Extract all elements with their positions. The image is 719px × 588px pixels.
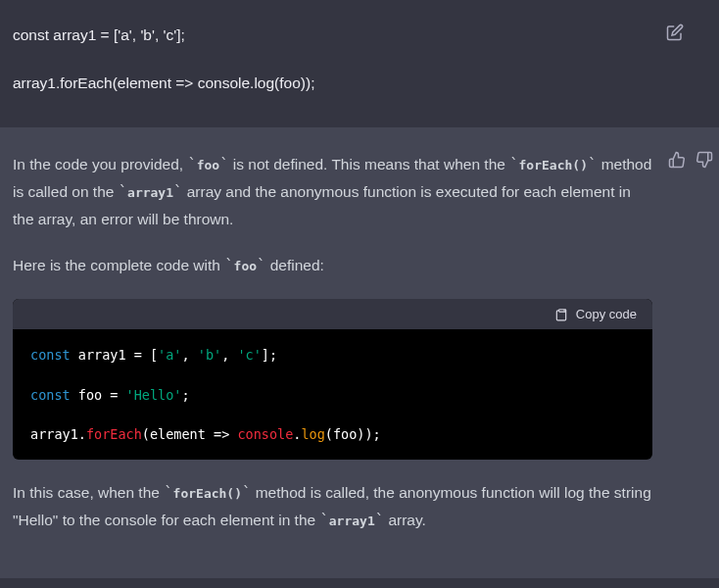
token-console: console bbox=[237, 426, 293, 442]
backtick: ` bbox=[319, 512, 328, 529]
text: array. bbox=[384, 512, 426, 528]
token-op: = bbox=[126, 347, 150, 363]
backtick: ` bbox=[224, 257, 233, 274]
paragraph: Here is the complete code with `foo` def… bbox=[13, 252, 654, 279]
code-content: const array1 = ['a', 'b', 'c']; const fo… bbox=[13, 329, 652, 460]
token-log: log bbox=[301, 426, 324, 442]
token-punct: ( bbox=[325, 426, 333, 442]
token-op: => bbox=[206, 426, 238, 442]
backtick: ` bbox=[588, 156, 597, 173]
code-line: array1.forEach(element => console.log(fo… bbox=[13, 72, 706, 96]
code-line: const array1 = ['a', 'b', 'c']; bbox=[30, 345, 635, 365]
code-line: const foo = 'Hello'; bbox=[30, 385, 635, 405]
token-string: 'a' bbox=[158, 347, 181, 363]
token-punct: , bbox=[181, 347, 197, 363]
response-body: In the code you provided, `foo` is not d… bbox=[13, 151, 654, 535]
code-block-header: Copy code bbox=[13, 299, 652, 329]
user-code-block: const array1 = ['a', 'b', 'c']; array1.f… bbox=[13, 24, 706, 96]
paragraph: In the code you provided, `foo` is not d… bbox=[13, 151, 654, 232]
backtick: ` bbox=[119, 183, 127, 201]
backtick: ` bbox=[375, 512, 384, 529]
clipboard-icon bbox=[554, 308, 568, 321]
backtick: ` bbox=[509, 156, 518, 173]
text: is not defined. This means that when the bbox=[229, 156, 510, 172]
thumbs-down-icon[interactable] bbox=[695, 151, 713, 169]
text: defined: bbox=[265, 257, 323, 273]
copy-label: Copy code bbox=[576, 307, 637, 321]
token-string: 'c' bbox=[237, 347, 261, 363]
code-block: Copy code const array1 = ['a', 'b', 'c']… bbox=[13, 299, 652, 460]
token-var: foo bbox=[78, 387, 102, 403]
text: Here is the complete code with bbox=[13, 257, 224, 273]
backtick: ` bbox=[219, 156, 228, 173]
backtick: ` bbox=[242, 484, 251, 502]
backtick: ` bbox=[173, 183, 182, 201]
token-keyword: const bbox=[30, 387, 71, 403]
copy-code-button[interactable]: Copy code bbox=[554, 307, 637, 321]
inline-code-foreach: forEach() bbox=[519, 158, 588, 172]
token-keyword: const bbox=[30, 347, 71, 363]
token-method: forEach bbox=[86, 426, 142, 442]
inline-code-array1: array1 bbox=[127, 185, 173, 200]
paragraph: In this case, when the `forEach()` metho… bbox=[13, 479, 654, 534]
token-punct: ]; bbox=[262, 347, 277, 363]
backtick: ` bbox=[187, 156, 196, 173]
token-param: element bbox=[150, 426, 206, 442]
text: In this case, when the bbox=[13, 484, 164, 501]
assistant-message: In the code you provided, `foo` is not d… bbox=[0, 127, 719, 578]
inline-code-foo: foo bbox=[234, 259, 257, 273]
token-string: 'Hello' bbox=[126, 387, 182, 403]
token-string: 'b' bbox=[198, 347, 221, 363]
token-punct: . bbox=[78, 426, 86, 442]
token-var: foo bbox=[333, 426, 357, 442]
token-var: array1 bbox=[30, 426, 78, 442]
text: In the code you provided, bbox=[13, 156, 187, 172]
inline-code-array1: array1 bbox=[329, 514, 375, 528]
feedback-controls bbox=[668, 151, 713, 169]
code-line bbox=[30, 405, 635, 424]
token-punct: ; bbox=[181, 387, 189, 403]
user-message: const array1 = ['a', 'b', 'c']; array1.f… bbox=[0, 0, 719, 127]
code-line bbox=[30, 365, 635, 384]
inline-code-foo: foo bbox=[197, 158, 219, 172]
token-punct: ( bbox=[142, 426, 150, 442]
inline-code-foreach: forEach() bbox=[173, 486, 242, 501]
code-line: array1.forEach(element => console.log(fo… bbox=[30, 424, 635, 444]
backtick: ` bbox=[164, 484, 172, 502]
token-var: array1 bbox=[78, 347, 126, 363]
code-line: const array1 = ['a', 'b', 'c']; bbox=[13, 24, 706, 48]
token-punct: , bbox=[221, 347, 237, 363]
thumbs-up-icon[interactable] bbox=[668, 151, 686, 169]
token-punct: [ bbox=[150, 347, 158, 363]
edit-icon[interactable] bbox=[666, 24, 684, 41]
token-op: = bbox=[102, 387, 125, 403]
token-punct: )); bbox=[357, 426, 380, 442]
